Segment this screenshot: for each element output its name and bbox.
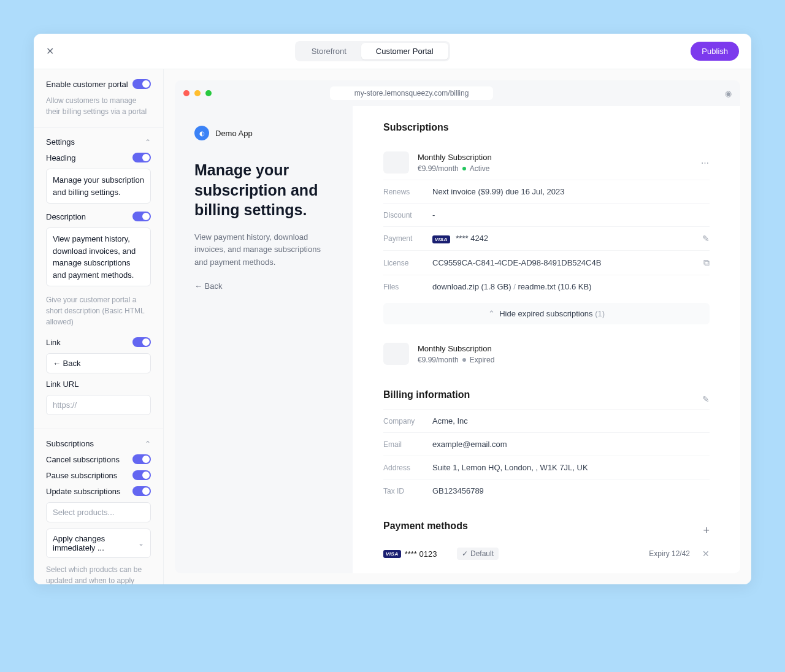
- update-subs-toggle[interactable]: [132, 486, 151, 496]
- description-toggle[interactable]: [132, 212, 151, 221]
- pause-subs-label: Pause subscriptions: [46, 471, 117, 480]
- app-window: ✕ Storefront Customer Portal Publish Ena…: [34, 34, 751, 584]
- subscription-status: Expired: [470, 356, 495, 364]
- hide-expired-button[interactable]: ⌃ Hide expired subscriptions (1): [383, 303, 710, 324]
- status-dot-icon: [462, 358, 466, 362]
- subscriptions-section-label: Subscriptions: [46, 439, 94, 448]
- payment-methods-title: Payment methods: [383, 521, 468, 532]
- settings-section-label: Settings: [46, 137, 75, 147]
- address-label: Address: [383, 464, 432, 472]
- publish-button[interactable]: Publish: [691, 42, 739, 61]
- close-icon[interactable]: ✕: [46, 45, 54, 57]
- product-thumbnail: [383, 343, 409, 365]
- browser-frame: my-store.lemonsqueezy.com/billing ◉ ◐ De…: [175, 80, 740, 573]
- link-url-label: Link URL: [46, 380, 78, 389]
- preview-icon[interactable]: ◉: [725, 89, 732, 98]
- email-label: Email: [383, 440, 432, 449]
- description-help: Give your customer portal a short descri…: [46, 294, 151, 327]
- more-icon[interactable]: ⋯: [701, 158, 710, 167]
- update-subs-label: Update subscriptions: [46, 487, 120, 496]
- address-value: Suite 1, Lemon HQ, London, , W1K 7JL, UK: [432, 463, 710, 472]
- pause-subs-toggle[interactable]: [132, 470, 151, 480]
- subscription-name: Monthly Subscription: [418, 153, 692, 162]
- app-name: Demo App: [215, 129, 253, 138]
- visa-icon: VISA: [383, 550, 401, 558]
- link-text-input[interactable]: [46, 353, 151, 373]
- description-input[interactable]: [46, 227, 151, 286]
- license-label: License: [383, 259, 432, 267]
- subscription-price: €9.99/month: [418, 356, 459, 364]
- edit-icon[interactable]: ✎: [702, 234, 710, 243]
- settings-sidebar: Enable customer portal Allow customers t…: [34, 69, 164, 584]
- view-switcher: Storefront Customer Portal: [295, 41, 450, 61]
- chevron-up-icon: ⌃: [488, 309, 495, 318]
- cancel-subs-toggle[interactable]: [132, 454, 151, 464]
- default-badge: ✓ Default: [457, 548, 499, 560]
- billing-title: Billing information: [383, 389, 470, 400]
- enable-help-text: Allow customers to manage their billing …: [46, 95, 151, 117]
- payment-value: VISA **** 4242: [432, 234, 702, 243]
- subscription-item: Monthly Subscription €9.99/month Active …: [383, 145, 710, 180]
- payment-method-row: VISA **** 0123 ✓ Default Expiry 12/42 ✕: [383, 540, 710, 567]
- link-toggle[interactable]: [132, 337, 151, 347]
- link-url-input[interactable]: [46, 395, 151, 415]
- subscriptions-title: Subscriptions: [383, 122, 710, 133]
- visa-icon: VISA: [432, 235, 450, 243]
- subscription-price: €9.99/month: [418, 164, 459, 173]
- apply-changes-value: Apply changes immediately ...: [53, 534, 138, 552]
- check-icon: ✓: [462, 549, 468, 558]
- edit-icon[interactable]: ✎: [702, 394, 710, 404]
- file-link[interactable]: readme.txt (10.6 KB): [518, 282, 591, 291]
- file-link[interactable]: download.zip (1.8 GB): [432, 282, 511, 291]
- company-value: Acme, Inc: [432, 416, 710, 426]
- app-avatar-icon: ◐: [194, 126, 209, 140]
- discount-label: Discount: [383, 211, 432, 220]
- tax-label: Tax ID: [383, 487, 432, 495]
- subscription-name: Monthly Subscription: [418, 344, 710, 353]
- preview-panel: my-store.lemonsqueezy.com/billing ◉ ◐ De…: [164, 69, 751, 584]
- select-products-placeholder: Select products...: [53, 508, 114, 517]
- traffic-light-green: [205, 90, 212, 96]
- cancel-subs-label: Cancel subscriptions: [46, 455, 120, 464]
- email-value: example@email.com: [432, 440, 710, 449]
- product-thumbnail: [383, 151, 409, 174]
- traffic-light-red: [183, 90, 190, 96]
- plus-icon[interactable]: +: [703, 524, 710, 537]
- payment-label: Payment: [383, 234, 432, 243]
- renews-value: Next invoice ($9.99) due 16 Jul, 2023: [432, 187, 710, 196]
- heading-toggle[interactable]: [132, 153, 151, 162]
- subscription-item-expired: Monthly Subscription €9.99/month Expired: [383, 337, 710, 371]
- tab-storefront[interactable]: Storefront: [297, 43, 361, 59]
- files-row-label: Files: [383, 283, 432, 291]
- heading-input[interactable]: [46, 169, 151, 204]
- back-link[interactable]: ← Back: [194, 281, 333, 291]
- tax-value: GB123456789: [432, 486, 710, 495]
- discount-value: -: [432, 210, 710, 220]
- url-bar: my-store.lemonsqueezy.com/billing: [330, 86, 494, 100]
- chevron-up-icon[interactable]: ⌃: [145, 138, 151, 147]
- portal-description: View payment history, download invoices,…: [194, 231, 333, 269]
- heading-label: Heading: [46, 153, 75, 162]
- payment-method-row: **** 4242 Expiry 12/42 ⋯: [383, 567, 710, 573]
- remove-icon[interactable]: ✕: [702, 549, 710, 559]
- select-products-dropdown[interactable]: Select products...: [46, 502, 151, 522]
- enable-portal-toggle[interactable]: [132, 79, 151, 89]
- portal-content: Subscriptions Monthly Subscription €9.99…: [353, 106, 740, 573]
- portal-sidebar: ◐ Demo App Manage your subscription and …: [175, 106, 353, 573]
- tab-customer-portal[interactable]: Customer Portal: [361, 43, 448, 59]
- enable-portal-label: Enable customer portal: [46, 80, 128, 89]
- status-dot-icon: [462, 167, 466, 170]
- topbar: ✕ Storefront Customer Portal Publish: [34, 34, 751, 69]
- license-value: CC9559CA-C841-4CDE-AD98-8491DB524C4B: [432, 258, 703, 267]
- subscription-status: Active: [470, 164, 490, 173]
- link-label: Link: [46, 338, 61, 347]
- apply-changes-dropdown[interactable]: Apply changes immediately ... ⌄: [46, 529, 151, 558]
- chevron-up-icon[interactable]: ⌃: [145, 440, 151, 448]
- card-expiry: Expiry 12/42: [649, 549, 690, 558]
- update-help-text: Select which products can be updated and…: [46, 564, 151, 584]
- portal-heading: Manage your subscription and billing set…: [194, 160, 333, 220]
- copy-icon[interactable]: ⧉: [703, 258, 710, 268]
- browser-bar: my-store.lemonsqueezy.com/billing ◉: [175, 80, 740, 106]
- traffic-light-yellow: [194, 90, 201, 96]
- renews-label: Renews: [383, 188, 432, 196]
